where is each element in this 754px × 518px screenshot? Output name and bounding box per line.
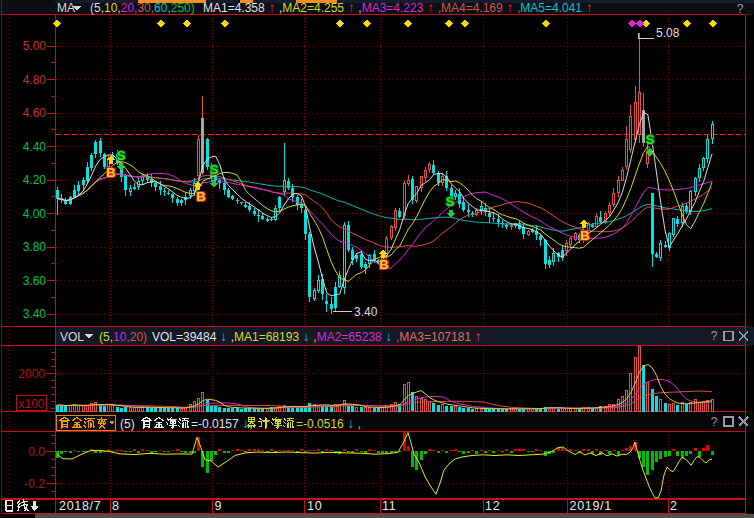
svg-text:=-0.0157 ↓,: =-0.0157 ↓, — [191, 416, 253, 431]
svg-text:5.08: 5.08 — [656, 26, 680, 40]
svg-text:B: B — [379, 257, 388, 272]
svg-text:4.00: 4.00 — [23, 207, 47, 221]
svg-text:3.40: 3.40 — [354, 305, 378, 319]
svg-text:4.40: 4.40 — [23, 140, 47, 154]
svg-text:?: ? — [737, 2, 744, 16]
svg-text:-0.2: -0.2 — [24, 477, 45, 491]
svg-text:B: B — [580, 228, 589, 243]
svg-text:4.20: 4.20 — [23, 173, 47, 187]
svg-text:2018/7: 2018/7 — [59, 499, 101, 513]
svg-text:?: ? — [711, 415, 718, 429]
svg-text:x100: x100 — [18, 397, 44, 411]
svg-text:S: S — [117, 148, 126, 163]
svg-text:8: 8 — [112, 499, 120, 513]
svg-text:(5): (5) — [120, 417, 135, 431]
svg-text:4.60: 4.60 — [23, 106, 47, 120]
svg-text:(5,10,20): (5,10,20) — [99, 330, 147, 344]
svg-text:S: S — [646, 132, 655, 147]
svg-text:9: 9 — [215, 499, 223, 513]
svg-text:MA1=4.358 ↑ ,MA2=4.255 ↑ ,MA3=: MA1=4.358 ↑ ,MA2=4.255 ↑ ,MA3=4.223 ↑ ,M… — [203, 0, 593, 15]
svg-text:VOL: VOL — [60, 330, 84, 344]
svg-text:S: S — [210, 162, 219, 177]
svg-text:3.80: 3.80 — [23, 240, 47, 254]
svg-text:3.60: 3.60 — [23, 274, 47, 288]
svg-text:2: 2 — [670, 499, 678, 513]
svg-text:5.00: 5.00 — [23, 39, 47, 53]
svg-text:2000: 2000 — [18, 367, 45, 381]
svg-text:MA: MA — [57, 1, 75, 15]
svg-text:S: S — [446, 194, 455, 209]
svg-text:2019/1: 2019/1 — [570, 499, 612, 513]
svg-text:?: ? — [711, 329, 718, 343]
svg-text:VOL=39484 ↓ ,MA1=68193 ↓ ,MA2=: VOL=39484 ↓ ,MA1=68193 ↓ ,MA2=65238 ↓ ,M… — [152, 329, 482, 344]
svg-text:B: B — [196, 189, 205, 204]
svg-text:10: 10 — [307, 499, 322, 513]
svg-text:3.40: 3.40 — [23, 307, 47, 321]
svg-text:0.0: 0.0 — [28, 445, 45, 459]
svg-text:=-0.0516 ↓ ,: =-0.0516 ↓ , — [296, 416, 361, 431]
svg-text:11: 11 — [382, 499, 396, 513]
svg-text:B: B — [106, 165, 115, 180]
svg-text:12: 12 — [485, 499, 500, 513]
svg-text:(5,10,20,30,60,250): (5,10,20,30,60,250) — [90, 1, 195, 15]
svg-text:4.80: 4.80 — [23, 73, 47, 87]
